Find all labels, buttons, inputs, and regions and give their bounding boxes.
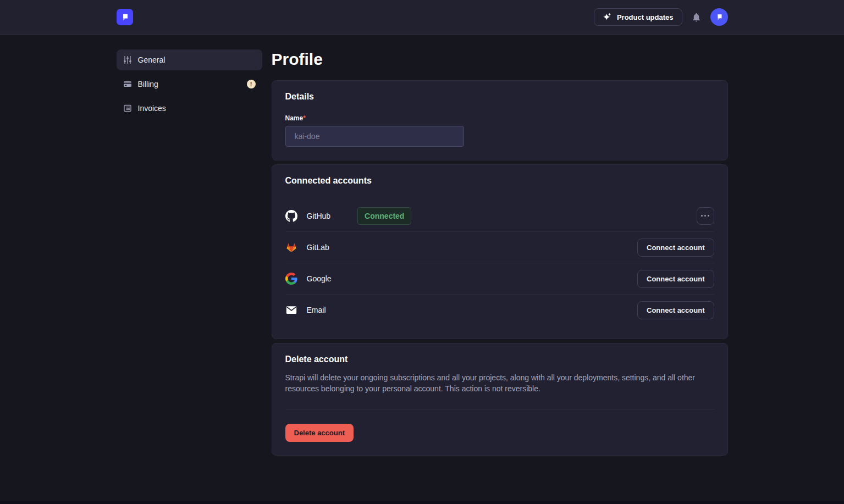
details-card-title: Details	[285, 92, 714, 102]
product-updates-button[interactable]: Product updates	[594, 8, 682, 26]
gitlab-connect-button[interactable]: Connect account	[637, 239, 714, 257]
provider-name: Email	[307, 306, 326, 314]
details-card: Details Name*	[272, 80, 728, 160]
sidebar-item-invoices[interactable]: Invoices	[117, 98, 262, 119]
divider	[285, 409, 714, 409]
account-row-github: GitHub Connected	[285, 200, 714, 231]
sparkle-icon	[603, 13, 612, 22]
settings-sidebar: General Billing ! Invoices	[117, 49, 262, 481]
credit-card-icon	[123, 80, 132, 88]
email-connect-button[interactable]: Connect account	[637, 301, 714, 319]
github-more-button[interactable]	[697, 207, 714, 225]
sidebar-item-label: Invoices	[138, 104, 256, 113]
sliders-icon	[123, 56, 132, 64]
bottom-edge	[0, 501, 844, 504]
profile-page: Profile Details Name* Connected accounts	[272, 49, 728, 481]
github-icon	[285, 210, 297, 222]
topbar: Product updates	[0, 0, 844, 35]
account-row-gitlab: GitLab Connect account	[285, 231, 714, 263]
strapi-glyph	[119, 12, 130, 23]
google-connect-button[interactable]: Connect account	[637, 270, 714, 288]
provider-name: GitLab	[307, 243, 329, 252]
avatar-strapi-icon	[714, 12, 724, 22]
delete-account-card: Delete account Strapi will delete your o…	[272, 343, 728, 456]
delete-account-button[interactable]: Delete account	[285, 424, 354, 442]
sidebar-item-label: Billing	[138, 80, 241, 88]
invoice-icon	[123, 104, 132, 113]
delete-account-title: Delete account	[285, 355, 714, 364]
required-marker: *	[303, 114, 306, 122]
bell-icon	[691, 12, 702, 23]
user-avatar[interactable]	[710, 8, 728, 26]
connected-accounts-title: Connected accounts	[285, 176, 714, 186]
sidebar-item-general[interactable]: General	[117, 49, 262, 70]
name-field-label: Name*	[285, 114, 714, 122]
google-icon	[285, 273, 297, 285]
email-icon	[285, 304, 297, 316]
product-updates-label: Product updates	[617, 13, 674, 21]
gitlab-icon	[285, 241, 297, 253]
page-title: Profile	[272, 49, 728, 69]
account-row-email: Email Connect account	[285, 294, 714, 325]
notifications-button[interactable]	[691, 12, 702, 23]
strapi-logo-icon[interactable]	[117, 9, 133, 25]
provider-name: GitHub	[307, 212, 331, 220]
sidebar-item-billing[interactable]: Billing !	[117, 74, 262, 95]
name-input[interactable]	[285, 126, 464, 147]
ellipsis-icon	[701, 215, 703, 217]
connected-status-badge: Connected	[357, 207, 411, 225]
billing-warning-badge: !	[247, 80, 256, 88]
connected-accounts-card: Connected accounts GitHub Connected	[272, 164, 728, 339]
provider-name: Google	[307, 274, 332, 283]
delete-account-description: Strapi will delete your ongoing subscrip…	[285, 372, 714, 394]
account-row-google: Google Connect account	[285, 263, 714, 294]
sidebar-item-label: General	[138, 56, 256, 64]
